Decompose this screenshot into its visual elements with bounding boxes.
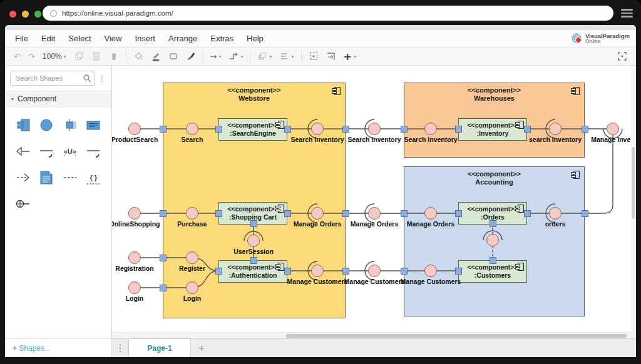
connector-style-dropdown[interactable]: ▾: [226, 49, 245, 64]
delete-button[interactable]: [106, 49, 121, 64]
menu-item-view[interactable]: View: [105, 34, 122, 43]
more-shapes-link[interactable]: Shapes...: [13, 344, 51, 353]
horizontal-scrollbar-thumb[interactable]: [286, 334, 627, 338]
bring-to-front-dropdown[interactable]: ▾: [255, 49, 274, 64]
palette-dashed-line-icon[interactable]: [58, 168, 82, 187]
menu-item-edit[interactable]: Edit: [41, 34, 55, 43]
format-painter-button[interactable]: [183, 49, 198, 64]
fit-width-button[interactable]: [324, 49, 339, 64]
palette-usage-icon[interactable]: «U»: [58, 142, 82, 161]
palette-association-icon[interactable]: [35, 142, 59, 161]
port[interactable]: [342, 210, 349, 217]
port[interactable]: [455, 210, 462, 217]
menu-item-file[interactable]: File: [15, 34, 28, 43]
port[interactable]: [160, 255, 167, 261]
vertical-scrollbar-thumb[interactable]: [632, 147, 635, 219]
port[interactable]: [284, 268, 291, 275]
horizontal-scrollbar[interactable]: [112, 332, 636, 338]
align-dropdown[interactable]: ▾: [277, 49, 296, 64]
address-bar[interactable]: https://online.visual-paradigm.com/: [43, 6, 613, 21]
interface-onlineshopping[interactable]: [128, 207, 141, 220]
menu-item-insert[interactable]: Insert: [135, 34, 155, 43]
search-shapes-input[interactable]: [10, 71, 95, 86]
interface-login[interactable]: [186, 281, 198, 294]
port[interactable]: [401, 268, 408, 275]
close-window-button[interactable]: [9, 11, 16, 18]
copy-button[interactable]: [71, 49, 86, 64]
port[interactable]: [401, 210, 408, 217]
palette-dashed-arrow-icon[interactable]: [11, 168, 35, 187]
component-section-header[interactable]: Component: [5, 91, 111, 107]
palette-instance-specification-icon[interactable]: [82, 116, 106, 134]
port[interactable]: [250, 220, 257, 227]
port[interactable]: [582, 126, 588, 133]
palette-provided-interface-icon[interactable]: [11, 195, 35, 213]
vp-logo[interactable]: VisualParadigm Online: [572, 33, 630, 44]
palette-note-icon[interactable]: [35, 168, 59, 187]
minimize-window-button[interactable]: [22, 11, 29, 18]
port[interactable]: [250, 257, 257, 264]
menu-item-extras[interactable]: Extras: [210, 34, 233, 43]
port[interactable]: [455, 268, 462, 275]
port[interactable]: [160, 126, 167, 133]
port[interactable]: [342, 126, 349, 133]
interface-register[interactable]: [186, 251, 198, 264]
interface-manage-customers[interactable]: [368, 265, 381, 277]
menu-item-help[interactable]: Help: [247, 34, 264, 43]
interface-search[interactable]: [186, 123, 198, 135]
paste-button[interactable]: [89, 49, 104, 64]
port[interactable]: [490, 257, 496, 264]
palette-port-icon[interactable]: [58, 116, 82, 134]
port[interactable]: [490, 220, 496, 227]
port[interactable]: [524, 126, 531, 133]
panel-options-icon[interactable]: [95, 74, 109, 83]
palette-sphere-icon[interactable]: [35, 116, 59, 134]
port[interactable]: [215, 126, 222, 133]
zoom-level-dropdown[interactable]: 100%▾: [40, 49, 69, 64]
interface-manage-orders[interactable]: [424, 207, 437, 220]
menu-item-select[interactable]: Select: [68, 34, 91, 43]
port[interactable]: [284, 126, 291, 133]
interface-search-inventory[interactable]: [368, 123, 381, 135]
interface-search-inventory[interactable]: [311, 123, 324, 135]
port[interactable]: [284, 210, 291, 217]
menu-item-arrange[interactable]: Arrange: [168, 34, 197, 43]
tab-page-1[interactable]: Page-1: [128, 339, 191, 357]
interface-anonymous[interactable]: [486, 234, 499, 246]
interface-manage-customers[interactable]: [424, 265, 437, 277]
interface-manage-orders[interactable]: [368, 207, 381, 220]
port[interactable]: [215, 210, 222, 217]
fill-color-button[interactable]: [131, 49, 146, 64]
port[interactable]: [582, 210, 588, 217]
port[interactable]: [524, 210, 531, 217]
port[interactable]: [401, 126, 408, 133]
interface-search-inventory[interactable]: [549, 123, 562, 135]
interface-login[interactable]: [128, 281, 141, 294]
redo-button[interactable]: [26, 49, 38, 64]
interface-orders[interactable]: [549, 207, 562, 220]
interface-manage-inven[interactable]: [607, 123, 619, 135]
port[interactable]: [160, 285, 167, 291]
undo-button[interactable]: [11, 49, 23, 64]
palette-dependency-icon[interactable]: [82, 142, 106, 161]
component-searchengine[interactable]: <<component>>:SearchEngine: [218, 118, 287, 141]
add-shape-dropdown[interactable]: ▾: [341, 49, 359, 64]
line-color-button[interactable]: [148, 49, 163, 64]
interface-search-inventory[interactable]: [424, 123, 437, 135]
interface-usersession[interactable]: [247, 235, 260, 247]
port[interactable]: [160, 210, 167, 217]
palette-constraint-icon[interactable]: { }: [82, 168, 106, 187]
port[interactable]: [215, 268, 222, 275]
add-page-button[interactable]: [191, 339, 212, 357]
palette-component-icon[interactable]: [11, 116, 35, 134]
interface-productsearch[interactable]: [128, 123, 141, 135]
arrow-style-dropdown[interactable]: ▾: [208, 49, 224, 64]
palette-realization-icon[interactable]: [11, 142, 35, 161]
interface-registration[interactable]: [128, 251, 141, 264]
interface-purchase[interactable]: [186, 207, 198, 220]
component-inventory[interactable]: <<component>>:Inventory: [458, 118, 527, 141]
fullscreen-button[interactable]: [615, 49, 630, 64]
maximize-window-button[interactable]: [34, 11, 41, 18]
diagram-canvas[interactable]: <<component>>Webstore<<component>>Wareho…: [112, 66, 631, 332]
port[interactable]: [455, 126, 462, 133]
